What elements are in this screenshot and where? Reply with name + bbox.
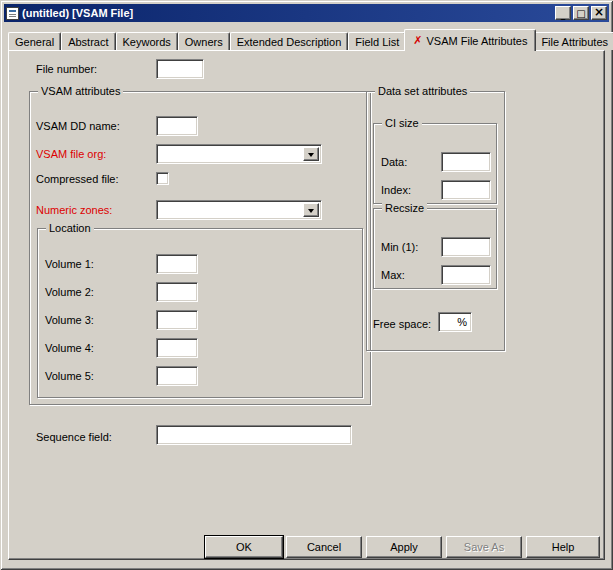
maximize-button[interactable]: □ xyxy=(573,6,589,20)
data-set-attributes-group-title: Data set attributes xyxy=(375,85,470,98)
tab-abstract[interactable]: Abstract xyxy=(61,32,115,50)
file-number-label: File number: xyxy=(36,63,97,76)
volume-4-input[interactable] xyxy=(156,338,198,358)
volume-2-input[interactable] xyxy=(156,282,198,302)
numeric-zones-combobox[interactable] xyxy=(156,200,322,220)
tab-vsam-file-attributes[interactable]: ✗ VSAM File Attributes xyxy=(404,29,536,51)
ci-index-label: Index: xyxy=(381,184,411,197)
combobox-value xyxy=(157,201,303,219)
tab-label: VSAM File Attributes xyxy=(427,35,528,47)
vsam-file-org-combobox[interactable] xyxy=(156,144,322,164)
vsam-dd-name-label: VSAM DD name: xyxy=(36,120,120,133)
minimize-button[interactable]: _ xyxy=(555,6,571,20)
sequence-field-input[interactable] xyxy=(156,425,352,445)
sequence-field-label: Sequence field: xyxy=(36,431,112,444)
maximize-icon: □ xyxy=(576,8,585,19)
tabstrip: General Abstract Keywords Owners Extende… xyxy=(8,29,613,50)
tab-field-list[interactable]: Field List xyxy=(348,32,406,50)
tab-label: Keywords xyxy=(123,36,171,48)
minimize-icon: _ xyxy=(561,10,566,21)
dropdown-button[interactable] xyxy=(303,147,319,161)
ci-data-label: Data: xyxy=(381,156,407,169)
tab-label: Owners xyxy=(185,36,223,48)
free-space-input[interactable]: % xyxy=(438,312,472,332)
window-title: (untitled) [VSAM File] xyxy=(22,4,555,22)
combobox-value xyxy=(157,145,303,163)
dropdown-button[interactable] xyxy=(303,203,319,217)
volume-4-label: Volume 4: xyxy=(45,342,94,355)
ci-size-group-title: CI size xyxy=(382,117,422,130)
recsize-min-label: Min (1): xyxy=(381,241,418,254)
tab-panel: File number: VSAM attributes VSAM DD nam… xyxy=(8,50,605,560)
compressed-file-label: Compressed file: xyxy=(36,173,119,186)
dialog-window: (untitled) [VSAM File] _ □ × General Abs… xyxy=(0,0,613,570)
volume-2-label: Volume 2: xyxy=(45,286,94,299)
tab-label: General xyxy=(15,36,54,48)
recsize-min-input[interactable] xyxy=(441,237,491,257)
volume-5-label: Volume 5: xyxy=(45,370,94,383)
volume-1-input[interactable] xyxy=(156,254,198,274)
vsam-dd-name-input[interactable] xyxy=(156,116,198,136)
tab-label: File Attributes xyxy=(541,36,608,48)
volume-5-input[interactable] xyxy=(156,366,198,386)
window-controls: _ □ × xyxy=(555,6,607,20)
tab-general[interactable]: General xyxy=(8,32,61,50)
vsam-file-org-label: VSAM file org: xyxy=(36,148,106,161)
red-x-icon: ✗ xyxy=(413,34,422,47)
tab-owners[interactable]: Owners xyxy=(178,32,230,50)
tab-file-attributes[interactable]: File Attributes xyxy=(534,32,613,50)
cancel-button[interactable]: Cancel xyxy=(286,536,362,558)
tab-label: Abstract xyxy=(68,36,108,48)
ci-data-input[interactable] xyxy=(441,152,491,172)
close-button[interactable]: × xyxy=(591,6,607,20)
save-as-button: Save As xyxy=(446,536,522,558)
volume-3-input[interactable] xyxy=(156,310,198,330)
tab-label: Field List xyxy=(355,36,399,48)
compressed-file-checkbox[interactable] xyxy=(156,172,169,185)
recsize-max-input[interactable] xyxy=(441,265,491,285)
apply-button[interactable]: Apply xyxy=(366,536,442,558)
volume-1-label: Volume 1: xyxy=(45,258,94,271)
vsam-attributes-group-title: VSAM attributes xyxy=(38,85,123,98)
tab-label: Extended Description xyxy=(237,36,342,48)
titlebar[interactable]: (untitled) [VSAM File] _ □ × xyxy=(4,4,609,22)
document-icon[interactable] xyxy=(6,7,19,20)
tab-keywords[interactable]: Keywords xyxy=(116,32,178,50)
chevron-down-icon xyxy=(308,153,314,160)
ci-index-input[interactable] xyxy=(441,180,491,200)
ok-button[interactable]: OK xyxy=(205,536,283,558)
tab-extended-description[interactable]: Extended Description xyxy=(230,32,349,50)
recsize-max-label: Max: xyxy=(381,269,405,282)
recsize-group-title: Recsize xyxy=(382,202,427,215)
file-number-input[interactable] xyxy=(156,59,204,79)
free-space-label: Free space: xyxy=(373,318,431,331)
location-group-title: Location xyxy=(46,222,94,235)
numeric-zones-label: Numeric zones: xyxy=(36,204,112,217)
close-icon: × xyxy=(594,7,604,18)
help-button[interactable]: Help xyxy=(526,536,600,558)
chevron-down-icon xyxy=(308,209,314,216)
volume-3-label: Volume 3: xyxy=(45,314,94,327)
percent-unit: % xyxy=(457,316,467,328)
